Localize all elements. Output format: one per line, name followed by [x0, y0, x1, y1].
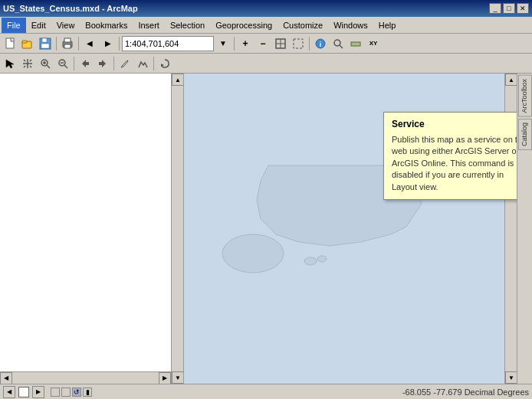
- menu-geoprocessing[interactable]: Geoprocessing: [210, 18, 277, 33]
- svg-rect-17: [351, 42, 360, 46]
- svg-line-24: [64, 65, 67, 68]
- separator: [56, 37, 57, 51]
- select-features-button[interactable]: [290, 35, 307, 52]
- zoom-in-button[interactable]: +: [237, 35, 254, 52]
- status-btn4[interactable]: ▮: [83, 388, 92, 397]
- status-btn1[interactable]: [51, 388, 60, 397]
- minimize-button[interactable]: _: [489, 3, 501, 14]
- toc-scroll-right[interactable]: ▶: [159, 372, 171, 384]
- scale-input[interactable]: 1:404,701,604: [122, 36, 214, 51]
- toc-v-scrollbar: ▲ ▼: [171, 74, 183, 384]
- menu-bar: File Edit View Bookmarks Insert Selectio…: [0, 17, 532, 34]
- menu-windows[interactable]: Windows: [328, 18, 373, 33]
- svg-text:i: i: [320, 41, 322, 48]
- map-area[interactable]: ▲ ▼ New... Ctrl+N Open... Ctrl+O: [184, 74, 517, 384]
- menu-bookmarks[interactable]: Bookmarks: [80, 18, 133, 33]
- catalog-tab[interactable]: Catalog: [518, 119, 532, 150]
- svg-rect-0: [6, 38, 14, 48]
- full-extent-button[interactable]: [272, 35, 289, 52]
- print-button[interactable]: [59, 35, 76, 52]
- title-bar-controls: _ □ ✕: [489, 3, 529, 14]
- main-area: ◀ ▶ ▲ ▼ ▲ ▼: [0, 74, 532, 384]
- service-tooltip: Service Publish this map as a service on…: [383, 112, 517, 200]
- pan-tool[interactable]: [19, 55, 36, 72]
- toc-scroll-left[interactable]: ◀: [0, 372, 12, 384]
- svg-rect-7: [64, 38, 71, 42]
- title-bar-text: US_States_Census.mxd - ArcMap: [3, 4, 138, 13]
- menu-selection[interactable]: Selection: [165, 18, 210, 33]
- svg-rect-5: [41, 44, 49, 48]
- sketch-tool[interactable]: [134, 55, 151, 72]
- status-btn3[interactable]: ↺: [72, 388, 81, 397]
- zoom-out-tool[interactable]: [54, 55, 71, 72]
- go-back-button[interactable]: [77, 55, 94, 72]
- separator4: [234, 37, 235, 51]
- separator5: [309, 37, 310, 51]
- identify-button[interactable]: i: [312, 35, 329, 52]
- right-sidebar: ArcToolbox Catalog: [517, 74, 532, 384]
- scale-value: 1:404,701,604: [125, 39, 179, 48]
- status-scroll-right[interactable]: ▶: [32, 386, 44, 398]
- xy-button[interactable]: XY: [365, 35, 382, 52]
- menu-customize[interactable]: Customize: [277, 18, 328, 33]
- menu-edit[interactable]: Edit: [26, 18, 51, 33]
- go-forward-button[interactable]: [94, 55, 111, 72]
- svg-rect-4: [42, 38, 47, 42]
- status-bar-left: ◀ ▶ ↺ ▮: [3, 386, 92, 398]
- separator3: [119, 37, 120, 51]
- svg-point-32: [317, 256, 327, 262]
- arctoolbox-tab[interactable]: ArcToolbox: [518, 75, 532, 117]
- page-icon: [18, 387, 29, 397]
- status-bar: ◀ ▶ ↺ ▮ -68.055 -77.679 Decimal Degrees: [0, 384, 532, 399]
- svg-marker-27: [99, 60, 106, 67]
- select-tool[interactable]: [2, 55, 18, 72]
- separator8: [153, 57, 154, 70]
- measure-button[interactable]: [347, 35, 364, 52]
- separator7: [113, 57, 114, 70]
- status-coordinates: -68.055 -77.679 Decimal Degrees: [402, 388, 529, 397]
- scale-dropdown-button[interactable]: ▼: [215, 35, 232, 52]
- svg-rect-12: [294, 39, 303, 48]
- maximize-button[interactable]: □: [503, 3, 515, 14]
- close-button[interactable]: ✕: [517, 3, 529, 14]
- new-button[interactable]: [2, 35, 18, 52]
- menu-view[interactable]: View: [51, 18, 80, 33]
- menu-file[interactable]: File: [2, 18, 26, 33]
- tooltip-title: Service: [392, 119, 517, 129]
- edit-tool[interactable]: [117, 55, 133, 72]
- separator6: [74, 57, 74, 70]
- svg-rect-8: [64, 44, 71, 48]
- status-scroll-left[interactable]: ◀: [3, 386, 15, 398]
- svg-point-30: [222, 234, 284, 273]
- menu-help[interactable]: Help: [373, 18, 402, 33]
- menu-insert[interactable]: Insert: [133, 18, 165, 33]
- title-bar: US_States_Census.mxd - ArcMap _ □ ✕: [0, 0, 532, 17]
- zoom-out-button[interactable]: −: [255, 35, 271, 52]
- zoom-prev-button[interactable]: ◀: [81, 35, 98, 52]
- map-scroll-down[interactable]: ▼: [505, 371, 517, 384]
- svg-rect-2: [22, 41, 27, 43]
- map-scroll-up[interactable]: ▲: [505, 74, 517, 86]
- toolbar-row2: [0, 54, 532, 74]
- zoom-next-button[interactable]: ▶: [100, 35, 117, 52]
- svg-line-20: [47, 65, 50, 68]
- left-panel: ◀ ▶ ▲ ▼: [0, 74, 184, 384]
- save-toolbar-button[interactable]: [37, 35, 54, 52]
- tooltip-description: Publish this map as a service on the web…: [392, 134, 517, 193]
- svg-marker-18: [6, 60, 14, 68]
- zoom-in-tool[interactable]: [37, 55, 54, 72]
- svg-marker-26: [82, 60, 89, 67]
- refresh-button[interactable]: [156, 55, 173, 72]
- toc-scroll-down[interactable]: ▼: [172, 371, 184, 384]
- separator2: [78, 37, 79, 51]
- toolbar-row1: ◀ ▶ 1:404,701,604 ▼ + − i XY: [0, 34, 532, 54]
- open-button[interactable]: [19, 35, 36, 52]
- status-btn2[interactable]: [61, 388, 71, 397]
- svg-line-16: [340, 45, 343, 48]
- svg-point-31: [304, 257, 317, 265]
- svg-line-28: [127, 61, 128, 61]
- toc-scroll-up[interactable]: ▲: [172, 74, 184, 86]
- toc-h-scrollbar: ◀ ▶: [0, 371, 171, 384]
- find-button[interactable]: [330, 35, 346, 52]
- svg-point-15: [334, 40, 340, 46]
